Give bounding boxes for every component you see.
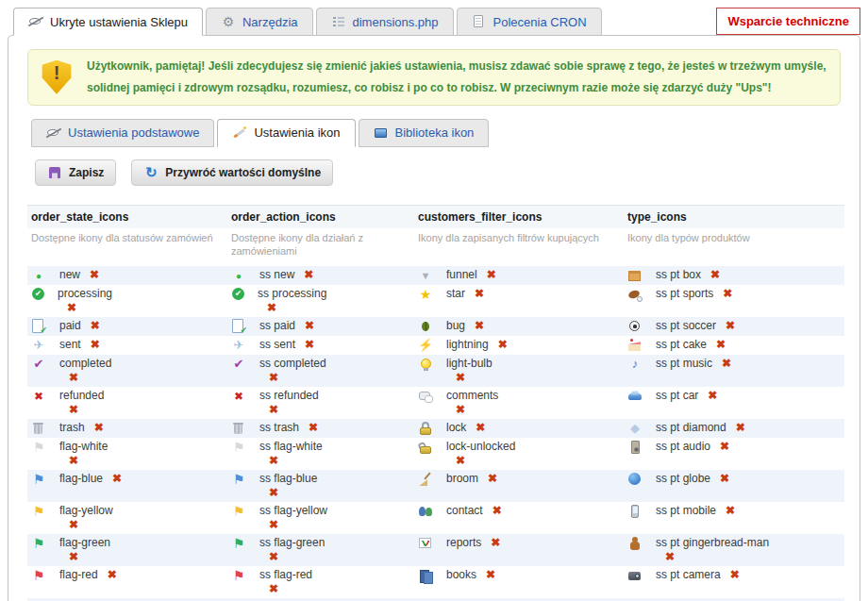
tab-polecenia-cron[interactable]: Polecenia CRON	[457, 8, 602, 36]
table-row: flag-bluess flag-bluebroomss pt globe	[27, 470, 844, 502]
top-tab-bar: Ukryte ustawienia SklepuNarzędziadimensi…	[0, 0, 868, 35]
delete-icon-button[interactable]	[708, 389, 721, 403]
delete-icon-button[interactable]	[269, 371, 282, 385]
restore-defaults-button[interactable]: Przywróć wartości domyślne	[131, 159, 333, 186]
column-header: order_action_icons	[227, 205, 414, 228]
icon-label: ss new	[259, 268, 294, 282]
delete-icon-button[interactable]	[710, 268, 724, 282]
main-tabs: Ukryte ustawienia SklepuNarzędziadimensi…	[13, 8, 602, 35]
delete-icon-button[interactable]	[67, 301, 80, 315]
delete-icon-button[interactable]	[69, 518, 82, 532]
delete-icon-button[interactable]	[269, 486, 282, 500]
delete-icon-button[interactable]	[736, 421, 749, 435]
delete-icon-button[interactable]	[94, 421, 108, 435]
delete-icon-button[interactable]	[304, 268, 317, 282]
delete-icon-button[interactable]	[492, 504, 506, 518]
tab-biblioteka-ikon[interactable]: Biblioteka ikon	[359, 119, 490, 147]
eye-off-icon	[46, 125, 61, 141]
restore-button-label: Przywróć wartości domyślne	[165, 166, 321, 179]
delete-icon-button[interactable]	[269, 550, 282, 564]
delete-icon-button[interactable]	[726, 504, 739, 518]
delete-icon-button[interactable]	[720, 472, 733, 486]
delete-icon-button[interactable]	[305, 319, 318, 333]
table-row: flag-greenss flag-greenreportsss pt ging…	[27, 534, 844, 566]
tab-ukryte-ustawienia-sklepu[interactable]: Ukryte ustawienia Sklepu	[13, 8, 203, 36]
warning-banner: Użytkownik, pamiętaj! Jeśli zdecydujesz …	[27, 49, 841, 106]
delete-icon-button[interactable]	[90, 268, 103, 282]
delete-icon-button[interactable]	[69, 403, 82, 417]
delete-icon-button[interactable]	[486, 568, 499, 582]
tab-ustawienia-podstawowe[interactable]: Ustawienia podstawowe	[31, 119, 214, 147]
icon-label: lightning	[446, 338, 489, 352]
delete-icon-button[interactable]	[475, 287, 488, 301]
delete-icon-button[interactable]	[269, 518, 282, 532]
icon-label: paid	[59, 319, 81, 333]
icon-table: order_state_iconsorder_action_iconscusto…	[27, 205, 844, 601]
tab-label: Ustawienia podstawowe	[68, 125, 199, 140]
tab-dimensions-php[interactable]: dimensions.php	[316, 8, 454, 36]
delete-icon-button[interactable]	[69, 371, 82, 385]
comments-icon	[418, 389, 433, 404]
delete-icon-button[interactable]	[269, 454, 282, 468]
delete-icon-button[interactable]	[665, 550, 678, 564]
delete-icon-button[interactable]	[112, 472, 125, 486]
delete-icon-button[interactable]	[726, 319, 739, 333]
icon-label: flag-white	[59, 440, 108, 454]
delete-icon-button[interactable]	[456, 403, 469, 417]
delete-icon-button[interactable]	[498, 338, 511, 352]
icon-label: ss pt mobile	[656, 504, 716, 518]
diamond-icon	[627, 421, 643, 436]
funnel-icon	[418, 268, 433, 283]
table-row: flag-yellowss flag-yellowcontactss pt mo…	[27, 502, 844, 534]
delete-icon-button[interactable]	[91, 338, 104, 352]
delete-icon-button[interactable]	[456, 371, 469, 385]
delete-icon-button[interactable]	[108, 568, 121, 582]
icon-label: ss paid	[259, 319, 295, 333]
delete-icon-button[interactable]	[309, 421, 322, 435]
flag-white-icon	[231, 440, 246, 455]
delete-icon-button[interactable]	[488, 472, 501, 486]
delete-icon-button[interactable]	[487, 268, 500, 282]
delete-icon-button[interactable]	[456, 454, 469, 468]
tab-ustawienia-ikon[interactable]: Ustawienia ikon	[217, 119, 355, 147]
save-button-label: Zapisz	[69, 166, 104, 179]
delete-icon-button[interactable]	[269, 582, 282, 596]
delete-icon-button[interactable]	[723, 287, 736, 301]
table-row: trashss trashlockss pt diamond	[27, 419, 844, 438]
delete-icon-button[interactable]	[475, 319, 488, 333]
tab-narzędzia[interactable]: Narzędzia	[206, 8, 313, 36]
icon-cell: books	[414, 566, 624, 598]
delete-icon-button[interactable]	[69, 550, 82, 564]
icon-cell: flag-blue	[27, 470, 227, 502]
icon-label: flag-red	[59, 568, 98, 582]
broom-icon	[418, 472, 433, 487]
delete-icon-button[interactable]	[91, 319, 104, 333]
paid-icon	[231, 319, 246, 334]
icon-cell: broom	[414, 470, 624, 502]
delete-icon-button[interactable]	[730, 568, 743, 582]
delete-icon-button[interactable]	[476, 421, 489, 435]
warning-text: Użytkownik, pamiętaj! Jeśli zdecydujesz …	[87, 56, 826, 99]
delete-icon-button[interactable]	[716, 338, 729, 352]
box-icon	[627, 268, 643, 283]
icon-cell: ss completed	[227, 355, 414, 387]
icon-label: flag-green	[59, 536, 110, 550]
delete-icon-button[interactable]	[720, 440, 733, 454]
delete-icon-button[interactable]	[305, 338, 318, 352]
column-header: customers_filter_icons	[414, 205, 624, 228]
delete-icon-button[interactable]	[269, 403, 282, 417]
icon-cell: funnel	[414, 266, 624, 285]
support-link[interactable]: Wsparcie techniczne	[716, 8, 860, 35]
delete-icon-button[interactable]	[69, 454, 82, 468]
delete-icon-button[interactable]	[491, 536, 504, 550]
icon-cell: ss pt gingerbread-man	[624, 534, 844, 566]
delete-icon-button[interactable]	[722, 357, 735, 371]
icon-cell: reports	[414, 534, 624, 566]
icon-label: broom	[446, 472, 478, 486]
save-button[interactable]: Zapisz	[35, 159, 116, 186]
icon-label: processing	[58, 287, 112, 301]
icon-label: trash	[59, 421, 85, 435]
icon-cell: ss flag-white	[227, 438, 414, 470]
car-icon	[627, 389, 643, 404]
delete-icon-button[interactable]	[267, 301, 280, 315]
